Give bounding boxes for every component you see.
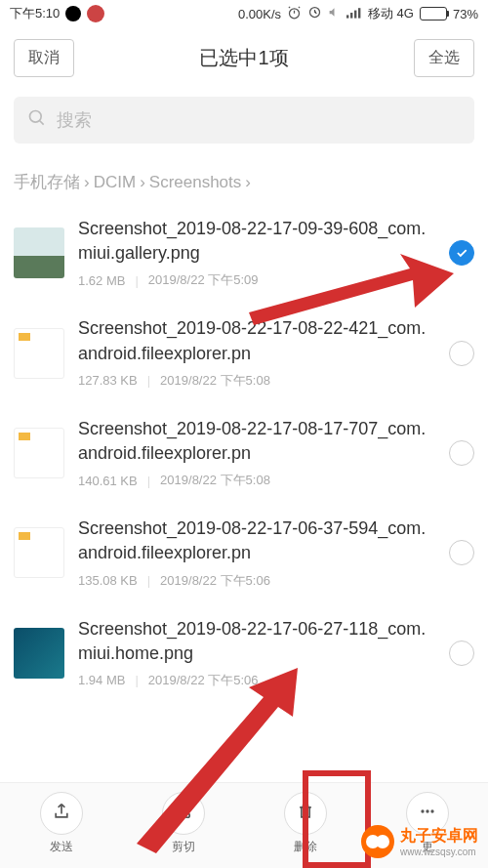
file-date: 2019/8/22 下午5:08	[160, 472, 270, 489]
svg-rect-3	[354, 10, 356, 18]
file-name: Screenshot_2019-08-22-17-08-17-707_com.a…	[78, 417, 435, 466]
thumbnail	[14, 227, 64, 278]
checkbox[interactable]	[449, 341, 474, 366]
app-icon	[87, 5, 104, 22]
trash-icon	[296, 802, 315, 825]
checkbox[interactable]	[449, 540, 474, 565]
thumbnail	[14, 328, 64, 379]
list-item[interactable]: Screenshot_2019-08-22-17-08-22-421_com.a…	[0, 303, 488, 402]
scissors-icon	[174, 802, 193, 825]
svg-point-8	[421, 809, 424, 812]
status-time: 下午5:10	[10, 5, 60, 22]
svg-rect-4	[358, 8, 360, 18]
file-name: Screenshot_2019-08-22-17-09-39-608_com.m…	[78, 217, 435, 266]
more-icon	[418, 802, 437, 825]
watermark: 丸子安卓网 www.wzsqsy.com	[361, 825, 478, 858]
netspeed: 0.00K/s	[238, 7, 281, 21]
select-all-button[interactable]: 全选	[414, 39, 474, 77]
delete-button[interactable]: 删除	[284, 792, 327, 855]
clock-icon	[307, 5, 322, 22]
svg-point-10	[430, 809, 433, 812]
file-date: 2019/8/22 下午5:06	[160, 572, 270, 590]
battery-icon	[420, 7, 447, 21]
checkbox-checked[interactable]	[449, 240, 474, 266]
file-date: 2019/8/22 下午5:08	[160, 372, 270, 390]
watermark-logo	[361, 825, 394, 858]
list-item[interactable]: Screenshot_2019-08-22-17-08-17-707_com.a…	[0, 403, 488, 503]
cancel-button[interactable]: 取消	[14, 39, 74, 77]
share-icon	[52, 802, 71, 825]
chevron-right-icon: ›	[84, 173, 90, 192]
cut-button[interactable]: 剪切	[162, 792, 205, 855]
search-icon	[27, 108, 47, 132]
send-button[interactable]: 发送	[40, 792, 83, 855]
file-name: Screenshot_2019-08-22-17-08-22-421_com.a…	[78, 316, 435, 365]
svg-point-6	[177, 813, 181, 817]
list-item[interactable]: Screenshot_2019-08-22-17-09-39-608_com.m…	[0, 203, 488, 303]
header: 取消 已选中1项 全选	[0, 27, 488, 89]
file-size: 140.61 KB	[78, 474, 138, 488]
file-name: Screenshot_2019-08-22-17-06-27-118_com.m…	[78, 617, 435, 666]
breadcrumb-part[interactable]: 手机存储	[14, 171, 80, 193]
breadcrumb[interactable]: 手机存储 › DCIM › Screenshots ›	[0, 157, 488, 203]
file-date: 2019/8/22 下午5:06	[148, 672, 259, 689]
file-date: 2019/8/22 下午5:09	[148, 271, 259, 289]
file-list: Screenshot_2019-08-22-17-09-39-608_com.m…	[0, 203, 488, 703]
thumbnail	[14, 428, 64, 478]
svg-point-9	[426, 809, 428, 812]
svg-rect-2	[350, 13, 352, 19]
qq-icon	[65, 6, 81, 21]
file-size: 1.62 MB	[78, 273, 125, 288]
signal-icon	[346, 7, 362, 21]
list-item[interactable]: Screenshot_2019-08-22-17-06-37-594_com.a…	[0, 503, 488, 602]
checkbox[interactable]	[449, 641, 474, 666]
watermark-title: 丸子安卓网	[400, 826, 478, 847]
list-item[interactable]: Screenshot_2019-08-22-17-06-27-118_com.m…	[0, 603, 488, 703]
breadcrumb-part[interactable]: DCIM	[94, 173, 136, 192]
thumbnail	[14, 527, 64, 578]
chevron-right-icon: ›	[245, 173, 251, 192]
svg-point-5	[30, 111, 42, 123]
breadcrumb-part[interactable]: Screenshots	[149, 173, 242, 192]
search-input[interactable]	[57, 110, 461, 131]
status-bar: 下午5:10 0.00K/s 移动 4G 73%	[0, 0, 488, 27]
file-size: 1.94 MB	[78, 673, 125, 687]
alarm-icon	[287, 5, 302, 22]
search-box[interactable]	[14, 97, 474, 144]
file-size: 127.83 KB	[78, 373, 138, 388]
mute-icon	[328, 6, 341, 21]
file-name: Screenshot_2019-08-22-17-06-37-594_com.a…	[78, 517, 435, 565]
file-size: 135.08 KB	[78, 573, 138, 588]
battery-pct: 73%	[453, 7, 478, 21]
svg-rect-1	[346, 15, 348, 18]
thumbnail	[14, 628, 64, 679]
checkbox[interactable]	[449, 440, 474, 466]
carrier: 移动 4G	[368, 5, 414, 22]
page-title: 已选中1项	[74, 45, 414, 71]
chevron-right-icon: ›	[140, 173, 145, 192]
svg-point-7	[185, 813, 189, 817]
watermark-url: www.wzsqsy.com	[400, 847, 478, 857]
